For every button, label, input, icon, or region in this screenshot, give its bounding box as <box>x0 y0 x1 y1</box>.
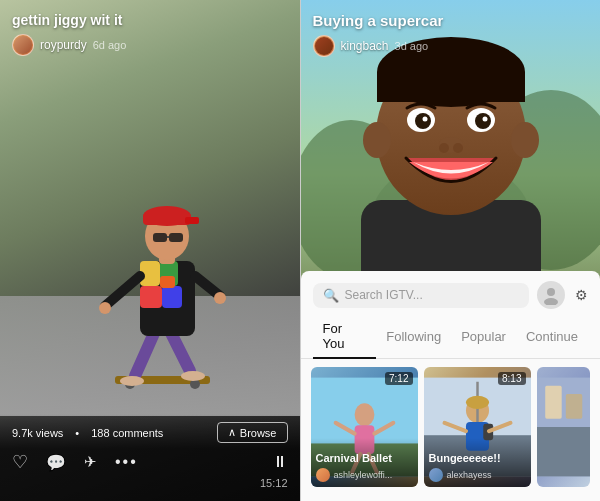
left-video-panel: gettin jiggy wit it roypurdy 6d ago 9.7k… <box>0 0 300 501</box>
pause-button[interactable]: ⏸ <box>272 453 288 471</box>
tab-following[interactable]: Following <box>376 323 451 352</box>
svg-point-14 <box>214 292 226 304</box>
svg-line-4 <box>170 331 190 371</box>
thumbnail-2[interactable]: 8:13 Bungeeeeee!! alexhayess <box>424 367 531 487</box>
svg-point-64 <box>465 396 488 409</box>
svg-rect-9 <box>162 286 182 308</box>
svg-line-3 <box>135 331 155 376</box>
browse-button[interactable]: ∧ Browse <box>217 422 288 443</box>
browse-arrow-icon: ∧ <box>228 426 236 439</box>
svg-point-50 <box>354 403 374 426</box>
left-video-title: gettin jiggy wit it <box>12 12 288 28</box>
svg-point-23 <box>120 376 144 386</box>
thumbnail-1[interactable]: 7:12 Carnival Ballet ashleylewoffi... <box>311 367 418 487</box>
right-header: Buying a supercar kingbach 3d ago <box>313 12 589 57</box>
comment-icon[interactable]: 💬 <box>46 453 66 472</box>
thumb-avatar-2 <box>429 468 443 482</box>
tab-popular[interactable]: Popular <box>451 323 516 352</box>
thumb-user-row-1: ashleylewoffi... <box>316 468 413 482</box>
search-bar[interactable]: 🔍 Search IGTV... <box>313 283 530 308</box>
svg-point-46 <box>544 298 558 305</box>
thumb-caption-2: Bungeeeeee!! alexhayess <box>424 438 531 487</box>
thumbnails-row: 7:12 Carnival Ballet ashleylewoffi... <box>301 359 601 495</box>
right-user-row: kingbach 3d ago <box>313 35 589 57</box>
svg-rect-20 <box>153 233 167 242</box>
thumbnail-3[interactable] <box>537 367 591 487</box>
left-time: 6d ago <box>93 39 127 51</box>
svg-point-37 <box>475 113 491 129</box>
video-timestamp: 15:12 <box>12 477 288 489</box>
search-icon: 🔍 <box>323 288 339 303</box>
svg-rect-19 <box>185 217 199 224</box>
dot-separator: • <box>75 427 79 439</box>
svg-rect-68 <box>565 394 581 419</box>
thumb-bg-3 <box>537 367 591 487</box>
thumb-username-2: alexhayess <box>447 470 492 480</box>
igtv-icons-right: ⚙ <box>537 281 588 309</box>
settings-icon[interactable]: ⚙ <box>575 287 588 303</box>
igtv-overlay: 🔍 Search IGTV... ⚙ For You Following <box>301 271 601 501</box>
comments-count: 188 comments <box>91 427 163 439</box>
igtv-search-row: 🔍 Search IGTV... ⚙ <box>301 271 601 315</box>
svg-line-12 <box>195 276 220 296</box>
actions-row: ♡ 💬 ✈ ••• ⏸ <box>12 451 288 473</box>
stats-row: 9.7k views • 188 comments ∧ Browse <box>12 422 288 443</box>
views-count: 9.7k views <box>12 427 63 439</box>
left-header: gettin jiggy wit it roypurdy 6d ago <box>12 12 288 56</box>
share-icon[interactable]: ✈ <box>84 453 97 471</box>
svg-rect-8 <box>140 286 162 308</box>
svg-rect-18 <box>143 213 191 225</box>
svg-point-41 <box>439 143 449 153</box>
right-video-title: Buying a supercar <box>313 12 589 29</box>
svg-point-45 <box>547 288 555 296</box>
search-placeholder-text: Search IGTV... <box>345 288 423 302</box>
skater-svg <box>85 121 245 401</box>
svg-rect-44 <box>377 72 525 102</box>
tab-continue[interactable]: Continue <box>516 323 588 352</box>
thumb-title-2: Bungeeeeee!! <box>429 452 526 465</box>
svg-point-33 <box>511 122 539 158</box>
thumb-duration-1: 7:12 <box>385 372 412 385</box>
left-avatar[interactable] <box>12 34 34 56</box>
thumb-avatar-1 <box>316 468 330 482</box>
svg-point-42 <box>453 143 463 153</box>
left-user-row: roypurdy 6d ago <box>12 34 288 56</box>
svg-point-39 <box>482 117 487 122</box>
right-time: 3d ago <box>395 40 429 52</box>
svg-rect-10 <box>160 276 175 288</box>
thumb-user-row-2: alexhayess <box>429 468 526 482</box>
skater-figure <box>30 101 300 401</box>
svg-rect-21 <box>169 233 183 242</box>
more-options-icon[interactable]: ••• <box>115 453 138 471</box>
svg-line-11 <box>105 276 140 306</box>
svg-rect-66 <box>537 427 591 476</box>
browse-label: Browse <box>240 427 277 439</box>
tab-for-you[interactable]: For You <box>313 315 377 359</box>
right-video-panel: Buying a supercar kingbach 3d ago 🔍 Sear… <box>301 0 601 501</box>
svg-point-13 <box>99 302 111 314</box>
thumb-title-1: Carnival Ballet <box>316 452 413 465</box>
thumb-duration-2: 8:13 <box>498 372 525 385</box>
svg-point-24 <box>181 371 205 381</box>
heart-icon[interactable]: ♡ <box>12 451 28 473</box>
svg-point-32 <box>363 122 391 158</box>
svg-point-38 <box>422 117 427 122</box>
svg-point-36 <box>415 113 431 129</box>
thumb-username-1: ashleylewoffi... <box>334 470 393 480</box>
svg-rect-67 <box>545 386 561 419</box>
left-username[interactable]: roypurdy <box>40 38 87 52</box>
right-username[interactable]: kingbach <box>341 39 389 53</box>
left-footer: 9.7k views • 188 comments ∧ Browse ♡ 💬 ✈… <box>0 414 300 501</box>
thumb-caption-1: Carnival Ballet ashleylewoffi... <box>311 438 418 487</box>
right-avatar[interactable] <box>313 35 335 57</box>
igtv-tabs: For You Following Popular Continue <box>301 315 601 359</box>
igtv-profile-icon[interactable] <box>537 281 565 309</box>
